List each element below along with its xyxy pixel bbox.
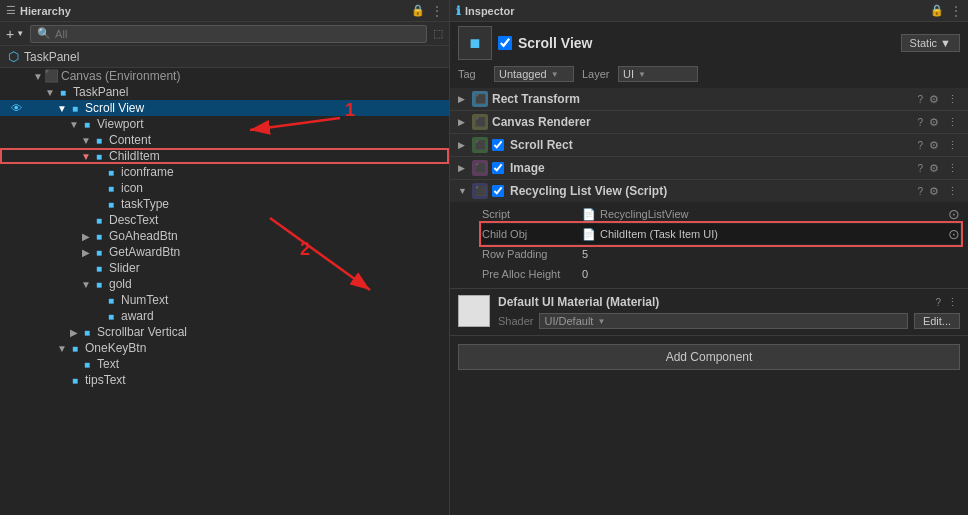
active-checkbox[interactable] — [498, 36, 512, 50]
inspector-content: ▶ ⬛ Rect Transform ? ⚙ ⋮ ▶ ⬛ Canvas Rend… — [450, 84, 968, 515]
image-btns: ? ⚙ ⋮ — [917, 162, 960, 175]
child-obj-label: Child Obj — [482, 228, 582, 240]
material-more-icon[interactable]: ⋮ — [945, 296, 960, 309]
rect-transform-help-icon[interactable]: ? — [917, 94, 923, 105]
material-help-icon[interactable]: ? — [935, 297, 941, 308]
plus-icon: + — [6, 26, 14, 42]
search-input[interactable] — [55, 28, 420, 40]
scroll-rect-more-icon[interactable]: ⋮ — [945, 139, 960, 152]
tree-item-goaheadbtn[interactable]: ▶ ■ GoAheadBtn — [0, 228, 449, 244]
child-obj-field-row: Child Obj 📄 ChildItem (Task Item UI) ⊙ — [482, 224, 960, 244]
child-obj-dot-icon[interactable]: ⊙ — [948, 226, 960, 242]
pre-alloc-value-text: 0 — [582, 268, 588, 280]
tree-item-scrollbar-vertical[interactable]: ▶ ■ Scrollbar Vertical — [0, 324, 449, 340]
image-settings-icon[interactable]: ⚙ — [927, 162, 941, 175]
scene-icon: ⬡ — [8, 49, 19, 64]
label-viewport: Viewport — [97, 117, 143, 131]
scroll-rect-help-icon[interactable]: ? — [917, 140, 923, 151]
image-help-icon[interactable]: ? — [917, 163, 923, 174]
tree-item-gold[interactable]: ▼ ■ gold — [0, 276, 449, 292]
canvas-renderer-header[interactable]: ▶ ⬛ Canvas Renderer ? ⚙ ⋮ — [450, 111, 968, 133]
script-field-row: Script 📄 RecyclingListView ⊙ — [482, 204, 960, 224]
cube-icon-tasktype: ■ — [104, 197, 118, 211]
edit-button[interactable]: Edit... — [914, 313, 960, 329]
shader-row: Shader UI/Default ▼ Edit... — [498, 313, 960, 329]
cube-icon-award: ■ — [104, 309, 118, 323]
object-big-icon: ■ — [458, 26, 492, 60]
image-more-icon[interactable]: ⋮ — [945, 162, 960, 175]
tree-item-text[interactable]: ■ Text — [0, 356, 449, 372]
tag-dropdown[interactable]: Untagged ▼ — [494, 66, 574, 82]
image-header[interactable]: ▶ ⬛ Image ? ⚙ ⋮ — [450, 157, 968, 179]
label-goaheadbtn: GoAheadBtn — [109, 229, 178, 243]
recycling-settings-icon[interactable]: ⚙ — [927, 185, 941, 198]
recycling-checkbox[interactable] — [492, 185, 504, 197]
layer-dropdown[interactable]: UI ▼ — [618, 66, 698, 82]
rect-transform-label: Rect Transform — [492, 92, 913, 106]
canvas-renderer-settings-icon[interactable]: ⚙ — [927, 116, 941, 129]
tree-item-content[interactable]: ▼ ■ Content — [0, 132, 449, 148]
cube-icon-viewport: ■ — [80, 117, 94, 131]
scroll-rect-section: ▶ ⬛ Scroll Rect ? ⚙ ⋮ — [450, 134, 968, 157]
tree-item-icon[interactable]: ■ icon — [0, 180, 449, 196]
recycling-list-view-header[interactable]: ▼ ⬛ Recycling List View (Script) ? ⚙ ⋮ — [450, 180, 968, 202]
tree-item-tipstext[interactable]: ■ tipsText — [0, 372, 449, 388]
shader-dropdown[interactable]: UI/Default ▼ — [539, 313, 907, 329]
recycling-help-icon[interactable]: ? — [917, 186, 923, 197]
label-childitem: ChildItem — [109, 149, 160, 163]
search-box[interactable]: 🔍 — [30, 25, 427, 43]
hierarchy-lock-icon[interactable]: 🔒 — [411, 4, 425, 17]
hierarchy-header: ☰ Hierarchy 🔒 ⋮ — [0, 0, 449, 22]
script-label: Script — [482, 208, 582, 220]
add-button[interactable]: + ▼ — [6, 26, 24, 42]
hierarchy-toolbar: + ▼ 🔍 ⬚ — [0, 22, 449, 46]
add-dropdown-arrow: ▼ — [16, 29, 24, 38]
inspector-more-icon[interactable]: ⋮ — [950, 4, 962, 18]
tree-item-iconframe[interactable]: ■ iconframe — [0, 164, 449, 180]
rect-transform-icon: ⬛ — [472, 91, 488, 107]
image-checkbox[interactable] — [492, 162, 504, 174]
hierarchy-icons: 🔒 ⋮ — [411, 4, 443, 18]
scroll-rect-checkbox[interactable] — [492, 139, 504, 151]
tree-item-getawardbtn[interactable]: ▶ ■ GetAwardBtn — [0, 244, 449, 260]
arrow-canvas: ▼ — [32, 71, 44, 82]
add-component-row: Add Component — [450, 336, 968, 378]
label-award: award — [121, 309, 154, 323]
canvas-renderer-help-icon[interactable]: ? — [917, 117, 923, 128]
arrow-goaheadbtn: ▶ — [80, 231, 92, 242]
recycling-more-icon[interactable]: ⋮ — [945, 185, 960, 198]
inspector-lock-icon[interactable]: 🔒 — [930, 4, 944, 17]
canvas-renderer-more-icon[interactable]: ⋮ — [945, 116, 960, 129]
canvas-renderer-section: ▶ ⬛ Canvas Renderer ? ⚙ ⋮ — [450, 111, 968, 134]
static-button[interactable]: Static ▼ — [901, 34, 960, 52]
script-dot-icon[interactable]: ⊙ — [948, 206, 960, 222]
arrow-scrollview: ▼ — [56, 103, 68, 114]
rect-transform-header[interactable]: ▶ ⬛ Rect Transform ? ⚙ ⋮ — [450, 88, 968, 110]
hierarchy-header-left: ☰ Hierarchy — [6, 4, 71, 17]
tree-area: ▼ ⬛ Canvas (Environment) ▼ ■ TaskPanel 👁… — [0, 68, 449, 515]
tree-item-viewport[interactable]: ▼ ■ Viewport — [0, 116, 449, 132]
tree-item-taskpanel[interactable]: ▼ ■ TaskPanel — [0, 84, 449, 100]
add-component-button[interactable]: Add Component — [458, 344, 960, 370]
tree-item-numtext[interactable]: ■ NumText — [0, 292, 449, 308]
label-slider: Slider — [109, 261, 140, 275]
scroll-rect-settings-icon[interactable]: ⚙ — [927, 139, 941, 152]
rect-transform-settings-icon[interactable]: ⚙ — [927, 93, 941, 106]
expand-icon[interactable]: ⬚ — [433, 27, 443, 40]
rect-transform-more-icon[interactable]: ⋮ — [945, 93, 960, 106]
tree-item-childitem[interactable]: ▼ ■ ChildItem — [0, 148, 449, 164]
tree-item-slider[interactable]: ■ Slider — [0, 260, 449, 276]
tree-item-tasktype[interactable]: ■ taskType — [0, 196, 449, 212]
tree-item-canvas[interactable]: ▼ ⬛ Canvas (Environment) — [0, 68, 449, 84]
tree-item-onekeybtn[interactable]: ▼ ■ OneKeyBtn — [0, 340, 449, 356]
hierarchy-more-icon[interactable]: ⋮ — [431, 4, 443, 18]
scroll-rect-header[interactable]: ▶ ⬛ Scroll Rect ? ⚙ ⋮ — [450, 134, 968, 156]
inspector-icons: 🔒 ⋮ — [930, 4, 962, 18]
row-padding-label: Row Padding — [482, 248, 582, 260]
shader-label: Shader — [498, 315, 533, 327]
cube-icon-tipstext: ■ — [68, 373, 82, 387]
tree-item-award[interactable]: ■ award — [0, 308, 449, 324]
label-scrollview: Scroll View — [85, 101, 144, 115]
tree-item-desctext[interactable]: ■ DescText — [0, 212, 449, 228]
tree-item-scrollview[interactable]: 👁 ▼ ■ Scroll View — [0, 100, 449, 116]
